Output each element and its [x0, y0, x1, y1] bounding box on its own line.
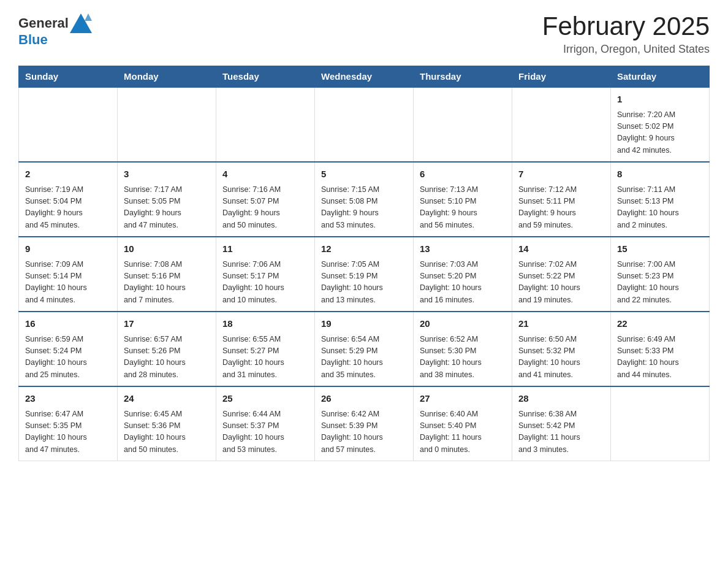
calendar-cell: 25Sunrise: 6:44 AM Sunset: 5:37 PM Dayli…	[216, 386, 315, 461]
day-info: Sunrise: 6:45 AM Sunset: 5:36 PM Dayligh…	[124, 408, 210, 456]
calendar-cell	[315, 87, 414, 162]
title-block: February 2025 Irrigon, Oregon, United St…	[542, 12, 710, 56]
calendar-cell: 20Sunrise: 6:52 AM Sunset: 5:30 PM Dayli…	[414, 312, 512, 386]
day-number: 15	[617, 242, 703, 256]
day-info: Sunrise: 7:08 AM Sunset: 5:16 PM Dayligh…	[124, 259, 210, 307]
weekday-header-thursday: Thursday	[414, 66, 512, 88]
day-info: Sunrise: 6:47 AM Sunset: 5:35 PM Dayligh…	[25, 408, 111, 456]
day-number: 24	[124, 392, 210, 406]
calendar-cell: 23Sunrise: 6:47 AM Sunset: 5:35 PM Dayli…	[19, 386, 118, 461]
day-info: Sunrise: 7:09 AM Sunset: 5:14 PM Dayligh…	[25, 259, 111, 307]
day-info: Sunrise: 6:42 AM Sunset: 5:39 PM Dayligh…	[321, 408, 407, 456]
weekday-header-tuesday: Tuesday	[216, 66, 315, 88]
day-info: Sunrise: 7:16 AM Sunset: 5:07 PM Dayligh…	[222, 184, 308, 232]
calendar-cell: 10Sunrise: 7:08 AM Sunset: 5:16 PM Dayli…	[118, 237, 216, 312]
calendar-cell: 5Sunrise: 7:15 AM Sunset: 5:08 PM Daylig…	[315, 162, 414, 237]
day-info: Sunrise: 7:15 AM Sunset: 5:08 PM Dayligh…	[321, 184, 407, 232]
day-number: 21	[518, 317, 604, 331]
calendar-cell: 7Sunrise: 7:12 AM Sunset: 5:11 PM Daylig…	[512, 162, 611, 237]
day-info: Sunrise: 7:17 AM Sunset: 5:05 PM Dayligh…	[124, 184, 210, 232]
calendar-cell: 12Sunrise: 7:05 AM Sunset: 5:19 PM Dayli…	[315, 237, 414, 312]
day-number: 4	[222, 167, 308, 182]
logo: General Blue	[18, 12, 93, 48]
day-number: 10	[124, 242, 210, 256]
day-info: Sunrise: 6:38 AM Sunset: 5:42 PM Dayligh…	[518, 408, 604, 456]
calendar-week-row: 16Sunrise: 6:59 AM Sunset: 5:24 PM Dayli…	[19, 312, 710, 386]
day-info: Sunrise: 6:57 AM Sunset: 5:26 PM Dayligh…	[124, 334, 210, 381]
day-number: 19	[321, 317, 407, 331]
calendar-cell	[611, 386, 710, 461]
day-number: 9	[25, 242, 111, 256]
day-info: Sunrise: 6:40 AM Sunset: 5:40 PM Dayligh…	[420, 408, 506, 456]
calendar-cell: 24Sunrise: 6:45 AM Sunset: 5:36 PM Dayli…	[118, 386, 216, 461]
logo-icon	[69, 12, 93, 34]
weekday-header-wednesday: Wednesday	[315, 66, 414, 88]
calendar-week-row: 2Sunrise: 7:19 AM Sunset: 5:04 PM Daylig…	[19, 162, 710, 237]
logo-general-text: General	[18, 15, 69, 31]
calendar-cell: 3Sunrise: 7:17 AM Sunset: 5:05 PM Daylig…	[118, 162, 216, 237]
calendar-cell	[216, 87, 315, 162]
day-info: Sunrise: 7:20 AM Sunset: 5:02 PM Dayligh…	[617, 109, 703, 157]
calendar-cell: 2Sunrise: 7:19 AM Sunset: 5:04 PM Daylig…	[19, 162, 118, 237]
calendar-cell: 15Sunrise: 7:00 AM Sunset: 5:23 PM Dayli…	[611, 237, 710, 312]
calendar-cell: 9Sunrise: 7:09 AM Sunset: 5:14 PM Daylig…	[19, 237, 118, 312]
day-info: Sunrise: 6:49 AM Sunset: 5:33 PM Dayligh…	[617, 334, 703, 381]
weekday-header-saturday: Saturday	[611, 66, 710, 88]
calendar-cell: 4Sunrise: 7:16 AM Sunset: 5:07 PM Daylig…	[216, 162, 315, 237]
day-number: 11	[222, 242, 308, 256]
day-number: 3	[124, 167, 210, 182]
page-header: General Blue February 2025 Irrigon, Oreg…	[18, 12, 710, 56]
day-info: Sunrise: 6:54 AM Sunset: 5:29 PM Dayligh…	[321, 334, 407, 381]
day-number: 1	[617, 93, 703, 107]
calendar-cell: 22Sunrise: 6:49 AM Sunset: 5:33 PM Dayli…	[611, 312, 710, 386]
svg-marker-1	[85, 13, 92, 21]
day-number: 5	[321, 167, 407, 182]
calendar-cell: 17Sunrise: 6:57 AM Sunset: 5:26 PM Dayli…	[118, 312, 216, 386]
day-number: 12	[321, 242, 407, 256]
weekday-header-row: SundayMondayTuesdayWednesdayThursdayFrid…	[19, 66, 710, 88]
day-info: Sunrise: 6:52 AM Sunset: 5:30 PM Dayligh…	[420, 334, 506, 381]
day-number: 23	[25, 392, 111, 406]
calendar-cell: 19Sunrise: 6:54 AM Sunset: 5:29 PM Dayli…	[315, 312, 414, 386]
day-number: 8	[617, 167, 703, 182]
day-info: Sunrise: 7:03 AM Sunset: 5:20 PM Dayligh…	[420, 259, 506, 307]
calendar-cell: 14Sunrise: 7:02 AM Sunset: 5:22 PM Dayli…	[512, 237, 611, 312]
calendar-cell: 11Sunrise: 7:06 AM Sunset: 5:17 PM Dayli…	[216, 237, 315, 312]
day-info: Sunrise: 6:59 AM Sunset: 5:24 PM Dayligh…	[25, 334, 111, 381]
calendar-cell: 8Sunrise: 7:11 AM Sunset: 5:13 PM Daylig…	[611, 162, 710, 237]
day-info: Sunrise: 7:02 AM Sunset: 5:22 PM Dayligh…	[518, 259, 604, 307]
day-number: 2	[25, 167, 111, 182]
logo-blue-text: Blue	[18, 32, 48, 48]
day-number: 28	[518, 392, 604, 406]
day-info: Sunrise: 7:05 AM Sunset: 5:19 PM Dayligh…	[321, 259, 407, 307]
day-info: Sunrise: 7:12 AM Sunset: 5:11 PM Dayligh…	[518, 184, 604, 232]
calendar-week-row: 9Sunrise: 7:09 AM Sunset: 5:14 PM Daylig…	[19, 237, 710, 312]
day-number: 6	[420, 167, 506, 182]
calendar-cell: 18Sunrise: 6:55 AM Sunset: 5:27 PM Dayli…	[216, 312, 315, 386]
calendar-table: SundayMondayTuesdayWednesdayThursdayFrid…	[18, 66, 710, 461]
day-number: 7	[518, 167, 604, 182]
calendar-cell: 1Sunrise: 7:20 AM Sunset: 5:02 PM Daylig…	[611, 87, 710, 162]
calendar-cell	[512, 87, 611, 162]
day-info: Sunrise: 7:13 AM Sunset: 5:10 PM Dayligh…	[420, 184, 506, 232]
day-number: 16	[25, 317, 111, 331]
day-info: Sunrise: 6:44 AM Sunset: 5:37 PM Dayligh…	[222, 408, 308, 456]
day-number: 13	[420, 242, 506, 256]
day-number: 17	[124, 317, 210, 331]
day-number: 18	[222, 317, 308, 331]
day-info: Sunrise: 7:06 AM Sunset: 5:17 PM Dayligh…	[222, 259, 308, 307]
calendar-cell	[414, 87, 512, 162]
day-info: Sunrise: 7:00 AM Sunset: 5:23 PM Dayligh…	[617, 259, 703, 307]
weekday-header-friday: Friday	[512, 66, 611, 88]
calendar-cell: 26Sunrise: 6:42 AM Sunset: 5:39 PM Dayli…	[315, 386, 414, 461]
day-number: 26	[321, 392, 407, 406]
calendar-cell: 28Sunrise: 6:38 AM Sunset: 5:42 PM Dayli…	[512, 386, 611, 461]
calendar-cell: 13Sunrise: 7:03 AM Sunset: 5:20 PM Dayli…	[414, 237, 512, 312]
calendar-week-row: 1Sunrise: 7:20 AM Sunset: 5:02 PM Daylig…	[19, 87, 710, 162]
calendar-cell: 27Sunrise: 6:40 AM Sunset: 5:40 PM Dayli…	[414, 386, 512, 461]
calendar-cell	[19, 87, 118, 162]
calendar-cell	[118, 87, 216, 162]
day-info: Sunrise: 6:50 AM Sunset: 5:32 PM Dayligh…	[518, 334, 604, 381]
calendar-cell: 16Sunrise: 6:59 AM Sunset: 5:24 PM Dayli…	[19, 312, 118, 386]
day-number: 25	[222, 392, 308, 406]
